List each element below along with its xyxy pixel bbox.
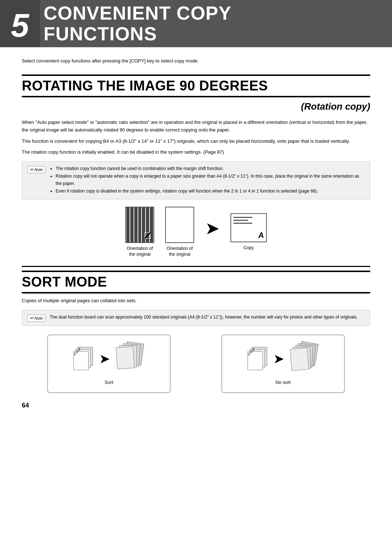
sort-arrow-icon: ➤ <box>99 351 110 366</box>
sort-inner: 3 2 1 ➤ <box>73 343 145 375</box>
diagram-item-2: Orientation ofthe original <box>165 207 194 257</box>
sort-section-heading: SORT MODE <box>22 271 370 293</box>
page-header: 5 CONVENIENT COPY FUNCTIONS <box>0 0 392 47</box>
page-content: Select convenient copy functions after p… <box>0 47 392 420</box>
copy-letter-a: A <box>258 230 264 240</box>
rotation-body1: When "Auto paper select mode" or "automa… <box>22 119 370 134</box>
sort-box: 3 2 1 ➤ Sort <box>47 335 171 393</box>
sort-num-1: 1 <box>74 352 76 356</box>
diagram-label-2: Orientation ofthe original <box>167 246 193 257</box>
rotation-body2: This function is convenient for copying … <box>22 138 370 145</box>
sort-note-box: ✏ Note The dual function board can scan … <box>22 310 370 326</box>
nosort-inner: 3 2 1 ➤ <box>248 343 319 375</box>
nosort-label: No sort <box>275 380 291 385</box>
forbidden-icon <box>143 231 152 241</box>
sorted-output <box>116 343 145 375</box>
chapter-number: 5 <box>0 0 40 47</box>
rotation-note-item-1: The rotation copy function cannot be use… <box>56 165 365 172</box>
rotation-note-list: The rotation copy function cannot be use… <box>50 165 365 195</box>
chapter-title: CONVENIENT COPY FUNCTIONS <box>40 0 232 47</box>
nosort-input-stack: 3 2 1 <box>248 347 268 370</box>
diagram-label-3: Copy <box>244 245 254 251</box>
sort-label: Sort <box>105 380 113 385</box>
sort-note-label: ✏ Note <box>27 315 45 322</box>
sort-diagram-row: 3 2 1 ➤ Sort <box>22 335 370 393</box>
sort-note-label-text: Note <box>34 316 43 320</box>
stripe-4 <box>138 207 142 242</box>
unsorted-output <box>290 343 319 375</box>
page-number: 64 <box>22 402 370 409</box>
nosort-arrow-icon: ➤ <box>273 351 284 366</box>
section-separator <box>22 266 370 267</box>
sort-input-stack: 3 2 1 <box>73 347 93 370</box>
sort-pencil-icon: ✏ <box>30 316 33 321</box>
doc-vertical-stripes: ⬚ <box>125 207 154 243</box>
fan-page-4 <box>115 346 134 369</box>
rotation-note-text: The rotation copy function cannot be use… <box>50 165 365 195</box>
rotation-subheading: (Rotation copy) <box>22 101 370 112</box>
arrow-icon: ➤ <box>205 220 220 237</box>
diagram-item-1: ⬚ Orientation ofthe original <box>125 207 154 257</box>
rotation-heading: ROTATING THE IMAGE 90 DEGREES <box>22 78 370 94</box>
diagram-label-1: Orientation ofthe original <box>127 246 153 257</box>
rotation-note-label: ✏ Note <box>27 166 45 173</box>
copy-line-2 <box>233 220 248 221</box>
rotation-section-heading: ROTATING THE IMAGE 90 DEGREES <box>22 74 370 97</box>
sort-num-3: 3 <box>78 348 81 352</box>
doc-copy-lines <box>233 217 254 224</box>
nosort-num-1: 1 <box>248 352 250 356</box>
sort-intro: Copies of multiple original pages can co… <box>22 297 370 305</box>
pencil-icon: ✏ <box>30 167 33 172</box>
rotation-body3: The rotation copy function is initially … <box>22 149 370 156</box>
stripe-1 <box>126 207 130 242</box>
stripe-3 <box>134 207 138 242</box>
chapter-title-line2: FUNCTIONS <box>44 24 232 44</box>
nosort-num-2: 2 <box>250 350 253 354</box>
sort-heading: SORT MODE <box>22 274 370 290</box>
stripe-2 <box>130 207 134 242</box>
copy-line-3 <box>233 223 252 224</box>
sort-note-text: The dual function board can scan approxi… <box>50 314 358 321</box>
rotation-note-item-3: Even if rotation copy is disabled in the… <box>56 188 365 195</box>
chapter-title-line1: CONVENIENT COPY <box>44 3 232 24</box>
doc-blank <box>165 207 194 243</box>
rotation-note-box: ✏ Note The rotation copy function cannot… <box>22 161 370 199</box>
ufan-page-5 <box>290 348 309 371</box>
nosort-box: 3 2 1 ➤ No sort <box>221 335 345 393</box>
diagram-item-3: A Copy <box>230 213 267 251</box>
nosort-num-3: 3 <box>253 348 255 352</box>
sort-num-2: 2 <box>76 350 78 354</box>
rotation-note-item-2: Rotation copy will not operate when a co… <box>56 173 365 187</box>
intro-text: Select convenient copy functions after p… <box>22 58 370 64</box>
copy-line-1 <box>233 217 252 218</box>
doc-copy: A <box>230 213 267 242</box>
svg-line-0 <box>145 232 151 238</box>
rotation-diagram-row: ⬚ Orientation ofthe original Orientation… <box>22 207 370 257</box>
rotation-note-label-text: Note <box>34 167 43 172</box>
